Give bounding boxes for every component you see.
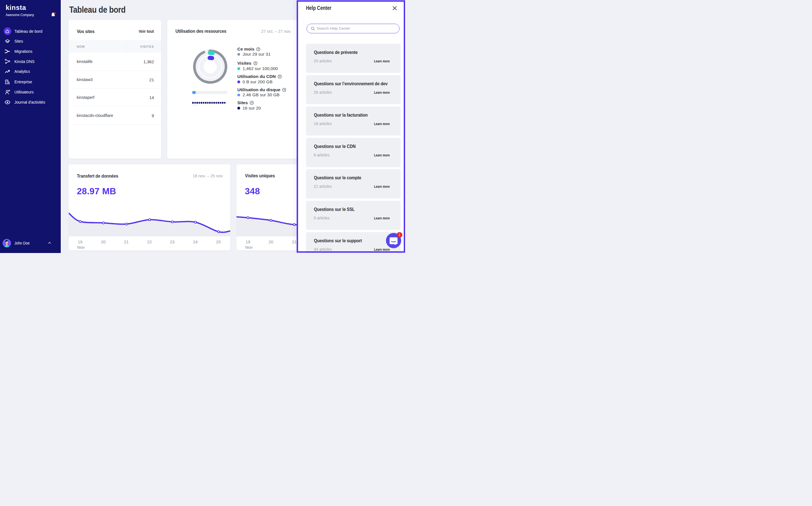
svg-text:?: ? xyxy=(279,75,281,78)
svg-text:?: ? xyxy=(251,101,252,104)
svg-text:?: ? xyxy=(284,88,285,91)
svg-text:?: ? xyxy=(254,62,256,65)
svg-text:?: ? xyxy=(258,48,260,51)
